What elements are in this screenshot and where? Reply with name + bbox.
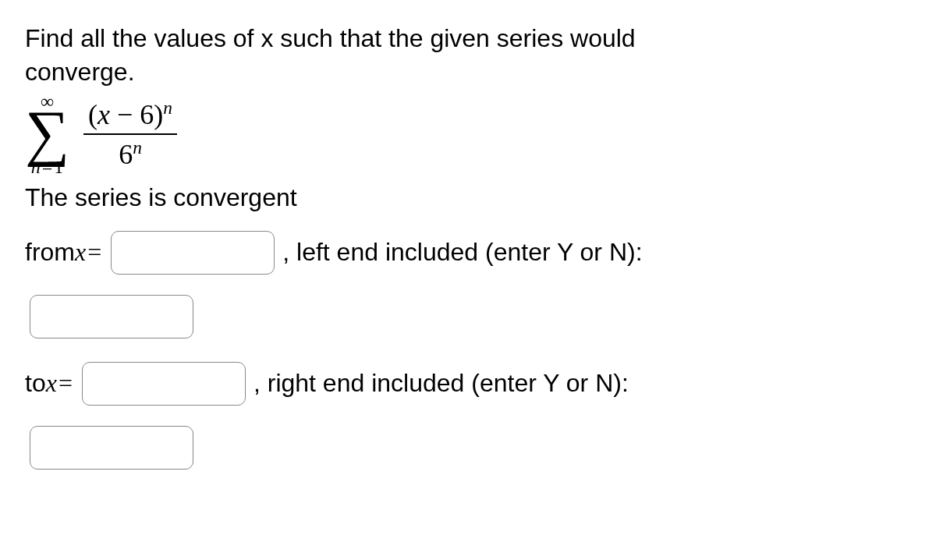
to-suffix: , right end included (enter Y or N):	[254, 367, 629, 400]
fraction-bar	[83, 133, 177, 135]
right-end-included-input[interactable]	[30, 426, 193, 470]
numerator: (x − 6)n	[83, 97, 177, 132]
from-eq: =	[87, 236, 101, 269]
to-var: x	[46, 367, 57, 400]
right-end-included-row	[25, 426, 911, 470]
from-suffix: , left end included (enter Y or N):	[282, 236, 642, 269]
sigma-lower: n=1	[31, 158, 64, 176]
problem-line2: converge.	[25, 58, 135, 86]
to-eq: =	[58, 367, 73, 400]
to-prefix: to	[25, 367, 46, 400]
from-x-input[interactable]	[111, 231, 275, 275]
denominator: 6n	[114, 136, 147, 172]
to-x-input[interactable]	[82, 362, 246, 406]
problem-statement: Find all the values of x such that the g…	[25, 22, 911, 89]
from-row: from x = , left end included (enter Y or…	[25, 231, 911, 275]
left-end-included-row	[25, 295, 911, 338]
from-prefix: from	[25, 236, 75, 269]
series-formula: ∞ ∑ n=1 (x − 6)n 6n	[25, 92, 911, 176]
series-term: (x − 6)n 6n	[83, 97, 177, 172]
to-row: to x = , right end included (enter Y or …	[25, 362, 911, 406]
from-var: x	[75, 236, 86, 269]
convergent-text: The series is convergent	[25, 181, 911, 214]
problem-line1: Find all the values of x such that the g…	[25, 24, 636, 52]
left-end-included-input[interactable]	[30, 295, 193, 338]
sigma-symbol: ∑	[25, 109, 69, 156]
sigma-block: ∞ ∑ n=1	[25, 92, 69, 176]
